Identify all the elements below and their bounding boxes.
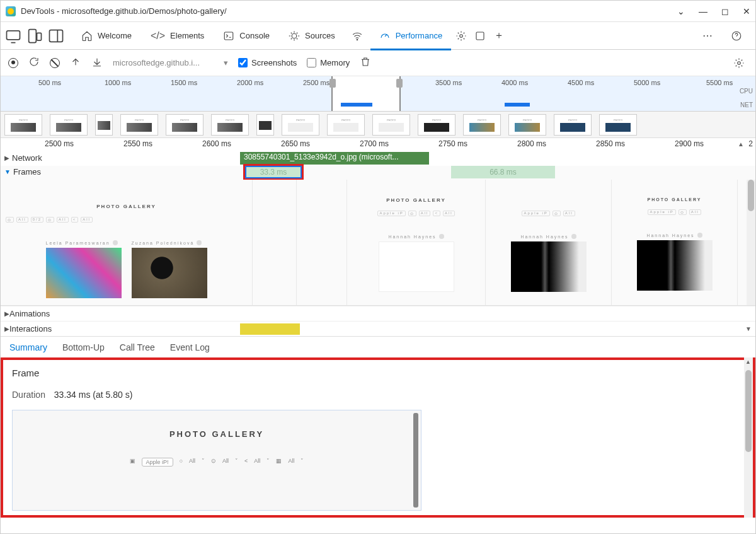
scroll-down-icon[interactable]: ▼ <box>745 325 752 332</box>
memory-checkbox-input[interactable] <box>307 58 316 67</box>
details-heading: Frame <box>12 368 744 378</box>
ov-tick: 5500 ms <box>706 79 733 86</box>
network-request-bar[interactable]: 30855740301_5133e3942d_o.jpg (microsoft.… <box>240 152 429 165</box>
close-button[interactable]: ✕ <box>743 6 750 16</box>
selection-handle-right[interactable] <box>396 79 403 88</box>
console-icon <box>223 30 234 42</box>
tab-label: Performance <box>396 31 442 40</box>
tab-sources[interactable]: Sources <box>280 26 344 45</box>
window-title: DevTools - microsoftedge.github.io/Demos… <box>21 6 677 16</box>
scrollbar-thumb[interactable] <box>748 180 754 211</box>
animations-track[interactable]: ▶ Animations <box>1 306 755 321</box>
upload-icon[interactable] <box>70 56 81 69</box>
frame-bar[interactable]: 66.8 ms <box>451 166 555 178</box>
overview-thumbnails[interactable]: PHOTO PHOTO PHOTO PHOTO PHOTO PHOTO PHOT… <box>1 112 755 138</box>
net-activity-bar <box>341 103 372 107</box>
tab-call-tree[interactable]: Call Tree <box>120 342 155 352</box>
chevron-down-icon[interactable]: ⌄ <box>677 6 685 16</box>
network-track-header[interactable]: ▶ Network <box>1 152 46 164</box>
devtools-tabs: Welcome </> Elements Console Sources Per… <box>1 22 755 50</box>
more-icon[interactable]: ⋯ <box>699 27 716 45</box>
maximize-button[interactable]: ◻ <box>721 6 729 16</box>
performance-toolbar: microsoftedge.github.i... ▾ Screenshots … <box>1 50 755 76</box>
scrollbar-vertical[interactable]: ▲ <box>744 357 753 518</box>
settings-gear-icon[interactable] <box>730 54 748 72</box>
ov-tick: 4500 ms <box>568 79 594 86</box>
trash-icon[interactable] <box>360 56 371 70</box>
ov-tick: 5000 ms <box>634 79 660 86</box>
svg-rect-3 <box>50 30 63 42</box>
svg-point-7 <box>460 34 463 37</box>
tab-label: Welcome <box>98 31 132 40</box>
detach-icon[interactable] <box>471 27 489 45</box>
gauge-icon <box>379 30 391 42</box>
ov-tick: 1000 ms <box>105 79 131 86</box>
duration-value: 33.34 ms (at 5.80 s) <box>54 390 133 400</box>
detail-ruler[interactable]: 2500 ms 2550 ms 2600 ms 2650 ms 2700 ms … <box>1 138 755 152</box>
frame-bar-selected[interactable]: 33.3 ms <box>245 166 302 178</box>
frames-filmstrip[interactable]: PHOTO GALLERY ⊙All0/2⊙All<All Leela Para… <box>1 180 755 306</box>
tab-performance[interactable]: Performance <box>370 26 451 45</box>
inspect-icon[interactable] <box>4 27 22 45</box>
tab-elements[interactable]: </> Elements <box>142 26 213 45</box>
interaction-bar[interactable] <box>240 323 300 335</box>
help-icon[interactable] <box>728 27 745 45</box>
expand-icon[interactable]: ▶ <box>4 325 9 332</box>
recording-url[interactable]: microsoftedge.github.i... <box>113 58 214 67</box>
tab-bottom-up[interactable]: Bottom-Up <box>62 342 105 352</box>
svg-rect-8 <box>476 32 484 40</box>
expand-icon[interactable]: ▶ <box>4 154 9 161</box>
gear-icon[interactable] <box>452 27 470 45</box>
ov-tick: 2500 ms <box>303 79 329 86</box>
flamechart-area[interactable]: ▶ Network 30855740301_5133e3942d_o.jpg (… <box>1 152 755 336</box>
tab-summary[interactable]: Summary <box>9 342 47 352</box>
duration-label: Duration <box>12 390 45 400</box>
dock-side-icon[interactable] <box>47 27 65 45</box>
memory-checkbox[interactable]: Memory <box>307 58 350 67</box>
preview-scrollbar <box>413 413 418 508</box>
code-icon: </> <box>151 30 165 42</box>
timeline-overview[interactable]: 500 ms 1000 ms 1500 ms 2000 ms 2500 ms 3… <box>1 76 755 112</box>
tab-welcome[interactable]: Welcome <box>72 26 140 45</box>
details-tabs: Summary Bottom-Up Call Tree Event Log <box>1 336 755 357</box>
download-icon[interactable] <box>91 56 103 69</box>
svg-rect-2 <box>37 33 42 40</box>
ov-tick: 500 ms <box>38 79 61 86</box>
selection-handle-left[interactable] <box>329 79 336 88</box>
tab-console[interactable]: Console <box>214 26 278 45</box>
tab-network-icon-only[interactable] <box>345 26 369 45</box>
screenshots-checkbox[interactable]: Screenshots <box>238 58 297 67</box>
scrollbar-thumb[interactable] <box>745 370 752 452</box>
thumbnail-photo <box>132 248 207 298</box>
title-bar: DevTools - microsoftedge.github.io/Demos… <box>1 1 755 22</box>
svg-rect-0 <box>7 30 20 39</box>
tab-label: Sources <box>305 31 335 40</box>
scrollbar-vertical[interactable] <box>747 180 755 305</box>
net-activity-bar <box>505 103 530 107</box>
thumbnail-photo <box>637 240 713 291</box>
screenshots-checkbox-input[interactable] <box>238 58 248 67</box>
svg-point-5 <box>292 33 297 38</box>
device-toggle-icon[interactable] <box>26 27 43 45</box>
record-button[interactable] <box>8 58 18 68</box>
minimize-button[interactable]: ― <box>699 6 707 16</box>
frames-track-header[interactable]: ▼ Frames <box>1 166 45 178</box>
scroll-up-icon[interactable]: ▲ <box>745 359 751 365</box>
summary-panel: Frame Duration 33.34 ms (at 5.80 s) PHOT… <box>1 357 755 518</box>
dropdown-caret-icon[interactable]: ▾ <box>224 58 228 67</box>
bug-icon <box>289 30 300 42</box>
interactions-track[interactable]: ▶ Interactions ▼ <box>1 321 755 336</box>
reload-button[interactable] <box>28 56 40 69</box>
plus-icon[interactable]: ＋ <box>490 27 508 45</box>
thumbnail-photo <box>511 241 587 292</box>
tab-event-log[interactable]: Event Log <box>170 342 210 352</box>
expand-icon[interactable]: ▶ <box>4 310 9 317</box>
ov-tick: 2000 ms <box>237 79 263 86</box>
cpu-label: CPU <box>740 88 753 95</box>
tab-label: Console <box>239 31 270 40</box>
clear-button[interactable] <box>50 58 60 68</box>
wifi-icon <box>352 30 363 42</box>
scroll-up-icon[interactable]: ▲ <box>738 141 744 148</box>
ov-tick: 3500 ms <box>435 79 462 86</box>
collapse-icon[interactable]: ▼ <box>4 168 11 175</box>
